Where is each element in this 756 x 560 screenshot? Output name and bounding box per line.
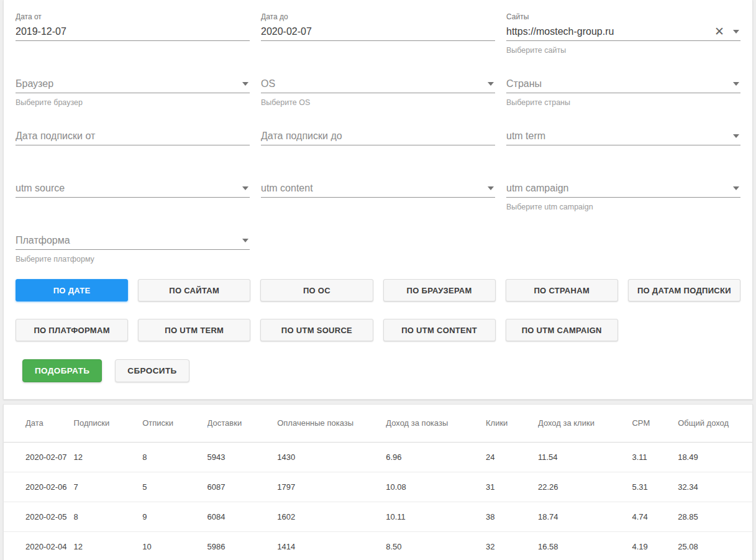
tab-by-os[interactable]: По ОС: [260, 279, 373, 301]
table-cell: 10.08: [386, 472, 486, 502]
tab-by-utm-campaign[interactable]: По utm campaign: [506, 319, 618, 341]
field-value: 2019-12-07: [16, 26, 248, 37]
table-cell: 6.96: [386, 442, 486, 472]
tab-by-utm-source[interactable]: По utm source: [260, 319, 373, 341]
table-cell: 1797: [277, 472, 386, 502]
tab-by-utm-term[interactable]: По utm term: [138, 319, 250, 341]
clear-icon[interactable]: ✕: [714, 25, 724, 37]
tab-by-date[interactable]: По дате: [16, 279, 128, 301]
table-cell: 4.74: [632, 502, 678, 531]
table-cell: 3.11: [632, 442, 678, 472]
chevron-down-icon[interactable]: [242, 239, 248, 242]
table-cell: 5.31: [632, 472, 678, 502]
field-control[interactable]: Дата подписки до ✕: [261, 128, 495, 145]
field-os[interactable]: OS ✕ Выберите OS: [261, 65, 495, 107]
column-header: Клики: [486, 405, 538, 442]
chevron-down-icon[interactable]: [733, 134, 739, 138]
table-cell: 32.34: [678, 472, 752, 502]
field-sites[interactable]: Сайты https://mostech-group.ru ✕ Выберит…: [506, 12, 740, 55]
field-control[interactable]: OS ✕: [261, 76, 495, 93]
column-header: Доход за клики: [538, 405, 632, 442]
tab-by-browsers[interactable]: По браузерам: [383, 279, 496, 301]
field-value: Браузер: [16, 78, 242, 90]
table-cell: 22.26: [538, 472, 632, 502]
table-cell: 7: [74, 472, 143, 502]
column-header: Подписки: [74, 405, 143, 442]
column-header: Отписки: [142, 405, 207, 442]
chevron-down-icon[interactable]: [733, 82, 739, 86]
column-header: Доход за показы: [386, 405, 486, 442]
field-browser[interactable]: Браузер ✕ Выберите браузер: [16, 65, 250, 107]
field-control[interactable]: Браузер ✕: [16, 76, 250, 93]
field-control[interactable]: utm campaign ✕: [506, 180, 740, 198]
field-control[interactable]: 2019-12-07 ✕: [16, 24, 250, 41]
field-control[interactable]: Платформа ✕: [16, 232, 250, 250]
column-header: Доставки: [207, 405, 278, 442]
field-label: Дата от: [16, 12, 42, 21]
field-utm-source[interactable]: utm source ✕: [16, 169, 250, 198]
field-utm-campaign[interactable]: utm campaign ✕ Выберите utm campaign: [506, 169, 740, 211]
table-cell: 9: [142, 502, 207, 531]
tab-by-utm-content[interactable]: По utm content: [383, 319, 496, 341]
chevron-down-icon[interactable]: [242, 82, 248, 86]
field-value: Платформа: [16, 235, 242, 246]
field-date-to[interactable]: Дата до 2020-02-07 ✕: [261, 12, 495, 41]
chevron-down-icon[interactable]: [488, 82, 494, 86]
field-value: Дата подписки до: [261, 131, 494, 142]
field-value: Дата подписки от: [16, 131, 248, 142]
field-value: utm term: [506, 131, 733, 142]
field-control[interactable]: https://mostech-group.ru ✕: [506, 24, 740, 41]
chevron-down-icon[interactable]: [242, 186, 248, 190]
chevron-down-icon[interactable]: [733, 30, 739, 34]
field-control[interactable]: utm content ✕: [261, 180, 495, 198]
field-subscribe-date-from[interactable]: Дата подписки от ✕: [16, 117, 250, 145]
field-subscribe-date-to[interactable]: Дата подписки до ✕: [261, 117, 495, 145]
tab-by-subscribe-dates[interactable]: По датам подписки: [628, 279, 740, 301]
field-control[interactable]: utm term ✕: [506, 128, 740, 145]
tab-by-countries[interactable]: По странам: [506, 279, 618, 301]
table-cell: 18.74: [538, 502, 632, 531]
chevron-down-icon[interactable]: [488, 186, 494, 190]
field-value: utm campaign: [506, 183, 733, 194]
field-label: Дата до: [261, 12, 288, 21]
table-cell: 25.08: [678, 531, 752, 560]
chevron-down-icon[interactable]: [733, 186, 739, 190]
table-cell: 8: [74, 502, 143, 531]
tab-by-sites[interactable]: По сайтам: [138, 279, 250, 301]
table-cell: 2020-02-05: [4, 502, 74, 531]
field-utm-content[interactable]: utm content ✕: [261, 169, 495, 198]
field-value: utm source: [16, 183, 242, 194]
table-cell: 5943: [207, 442, 278, 472]
table-cell: 24: [486, 442, 538, 472]
field-platform[interactable]: Платформа ✕ Выберите платформу: [16, 221, 250, 264]
table-cell: 5: [142, 472, 207, 502]
field-countries[interactable]: Страны ✕ Выберите страны: [506, 65, 740, 107]
field-control[interactable]: Страны ✕: [506, 76, 740, 93]
table-cell: 2020-02-06: [4, 472, 74, 502]
results-table: ДатаПодпискиОтпискиДоставкиОплаченные по…: [4, 405, 752, 560]
field-value: Страны: [506, 78, 733, 90]
field-hint: Выберите браузер: [16, 98, 250, 107]
submit-button[interactable]: Подобрать: [22, 359, 102, 382]
column-header: CPM: [632, 405, 678, 442]
table-cell: 18.49: [678, 442, 752, 472]
filters-panel: Дата от 2019-12-07 ✕ Дата до 2020-02-07 …: [3, 0, 753, 400]
table-cell: 10: [142, 531, 207, 560]
table-cell: 1414: [277, 531, 386, 560]
table-cell: 6084: [207, 502, 278, 531]
table-cell: 1430: [277, 442, 386, 472]
reset-button[interactable]: Сбросить: [115, 359, 189, 382]
table-cell: 32: [486, 531, 538, 560]
table-cell: 12: [74, 442, 143, 472]
field-control[interactable]: utm source ✕: [16, 180, 250, 198]
table-cell: 16.58: [538, 531, 632, 560]
field-control[interactable]: Дата подписки от ✕: [16, 128, 250, 145]
field-control[interactable]: 2020-02-07 ✕: [261, 24, 495, 41]
column-header: Дата: [4, 405, 74, 442]
field-hint: Выберите платформу: [16, 255, 250, 264]
field-date-from[interactable]: Дата от 2019-12-07 ✕: [16, 12, 250, 41]
tab-by-platforms[interactable]: По платформам: [16, 319, 128, 341]
field-utm-term[interactable]: utm term ✕: [506, 117, 740, 145]
field-label: Сайты: [506, 12, 529, 21]
field-hint: Выберите OS: [261, 98, 495, 107]
